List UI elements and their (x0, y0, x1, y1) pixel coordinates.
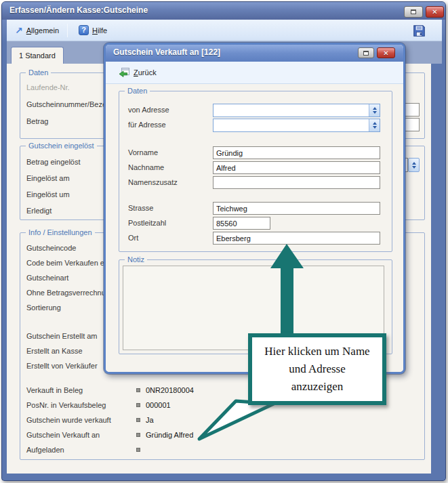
allgemein-label: Allgemein (26, 26, 59, 35)
screenshot-root: Erfassen/Ändern Kasse:Gutscheine ✕ ↗ All… (0, 0, 448, 483)
von-adresse-field[interactable] (213, 104, 380, 117)
close-button[interactable]: ✕ (426, 6, 444, 18)
restore-button[interactable] (404, 6, 423, 18)
arrow-up-right-icon: ↗ (15, 26, 23, 35)
main-titlebar[interactable]: Erfassen/Ändern Kasse:Gutscheine ✕ (2, 2, 445, 20)
label-verkauft-in-beleg: Verkauft in Beleg (26, 386, 83, 394)
spinner-up-icon (373, 122, 377, 125)
fuer-adresse-spinner[interactable] (369, 119, 380, 131)
restore-icon (363, 51, 369, 56)
dialog-toolbar: Zurück (106, 62, 403, 84)
back-icon (119, 67, 130, 78)
ort-input[interactable] (213, 232, 380, 245)
value-verkauft-an[interactable]: Gründig Alfred (146, 431, 193, 439)
label-betrag: Betrag (26, 117, 48, 125)
bullet-icon (136, 418, 140, 422)
label-gutscheinart: Gutscheinart (26, 274, 68, 282)
dialog-title: Gutschein Verkauft an [122] (113, 47, 220, 57)
label-betrag-eingeloest: Betrag eingelöst (26, 158, 81, 166)
label-gutschein-erstellt-am: Gutschein Erstellt am (26, 332, 98, 340)
ort-field (213, 232, 380, 245)
nachname-input[interactable] (213, 161, 380, 174)
label-fuer-adresse: für Adresse (128, 121, 166, 129)
spinner-down-icon (412, 166, 416, 169)
help-icon: ? (79, 25, 89, 35)
label-sortierung: Sortierung (26, 303, 61, 312)
spinner-down-icon (373, 111, 377, 114)
label-ort: Ort (128, 234, 138, 242)
dialog-titlebar[interactable]: Gutschein Verkauft an [122] ✕ (106, 45, 403, 62)
hilfe-button[interactable]: ? Hilfe (73, 23, 113, 37)
label-ohne-betragsverrechnung: Ohne Betragsverrechnu (26, 289, 106, 297)
main-window: Erfassen/Ändern Kasse:Gutscheine ✕ ↗ All… (1, 1, 446, 481)
spinner-down-icon (373, 126, 377, 129)
fuer-adresse-field[interactable] (213, 119, 380, 132)
label-erstellt-von-verkaeufer: Erstellt von Verkäufer (26, 362, 98, 370)
betrag-eingeloest-spinner[interactable] (408, 158, 420, 172)
save-button[interactable] (411, 22, 427, 39)
close-icon: ✕ (432, 8, 437, 16)
label-gutscheincode: Gutscheincode (26, 244, 76, 252)
zurueck-label: Zurück (134, 68, 157, 77)
label-vorname: Vorname (128, 148, 158, 156)
window-title: Erfassen/Ändern Kasse:Gutscheine (9, 5, 148, 15)
dialog-restore-button[interactable] (358, 47, 374, 58)
label-eingeloest-um: Eingelöst um (26, 190, 70, 198)
label-aufgeladen: Aufgeladen (26, 446, 64, 454)
bullet-icon (136, 403, 140, 407)
strasse-field (213, 202, 380, 215)
allgemein-button[interactable]: ↗ Allgemein (9, 24, 64, 37)
main-toolbar: ↗ Allgemein ? Hilfe (7, 20, 442, 41)
label-wurde-verkauft: Gutschein wurde verkauft (26, 416, 111, 424)
label-von-adresse: von Adresse (128, 106, 169, 114)
spinner-up-icon (373, 107, 377, 110)
label-postleitzahl: Postleitzahl (128, 219, 166, 227)
dialog-close-button[interactable]: ✕ (377, 47, 395, 58)
bullet-icon (136, 448, 140, 452)
label-posnr: PosNr. in Verkaufsbeleg (26, 401, 106, 409)
dialog-content: Daten von Adresse für Adresse (106, 84, 403, 372)
close-icon: ✕ (383, 49, 388, 57)
callout-bubble: Hier klicken um Name und Adresse anzuzei… (248, 333, 386, 405)
spinner-up-icon (412, 162, 416, 165)
label-erledigt: Erledigt (26, 207, 52, 215)
dialog-group-daten-title: Daten (125, 87, 150, 95)
label-gutscheinnummer: Gutscheinnummer/Bezei (26, 100, 108, 108)
group-info-title: Info / Einstellungen (26, 228, 95, 236)
toolbar-separator (67, 24, 68, 37)
postleitzahl-field (213, 217, 270, 230)
vorname-field (213, 146, 380, 159)
value-posnr: 000001 (146, 401, 171, 409)
value-verkauft-in-beleg: 0NR20180004 (146, 386, 194, 394)
callout-line: Hier klicken um Name (264, 343, 369, 360)
save-icon (413, 24, 426, 37)
label-verkauft-an: Gutschein Verkauft an (26, 431, 100, 439)
bullet-icon (136, 388, 140, 392)
label-laufende-nr: Laufende-Nr. (26, 83, 70, 91)
vorname-input[interactable] (213, 146, 380, 159)
callout-line: anzuzeigen (291, 378, 343, 396)
dialog-group-notiz-title: Notiz (125, 255, 147, 264)
label-code-beim-verkaufen: Code beim Verkaufen erf (26, 259, 109, 267)
label-namenszusatz: Namenszusatz (128, 178, 178, 186)
zurueck-button[interactable]: Zurück (108, 65, 162, 80)
group-daten-title: Daten (26, 68, 51, 77)
value-wurde-verkauft: Ja (146, 416, 154, 424)
callout-line: und Adresse (289, 360, 346, 378)
postleitzahl-input[interactable] (213, 217, 270, 230)
label-strasse: Strasse (128, 204, 153, 212)
fuer-adresse-input[interactable] (213, 119, 369, 131)
strasse-input[interactable] (213, 202, 380, 215)
namenszusatz-input[interactable] (213, 176, 380, 189)
nachname-field (213, 161, 380, 174)
bullet-icon (136, 433, 140, 437)
group-eingeloest-title: Gutschein eingelöst (26, 142, 97, 150)
von-adresse-spinner[interactable] (369, 104, 380, 117)
label-nachname: Nachname (128, 163, 164, 171)
restore-icon (411, 9, 416, 14)
tab-standard[interactable]: 1 Standard (11, 47, 64, 64)
von-adresse-input[interactable] (213, 104, 369, 117)
namenszusatz-field (213, 176, 380, 189)
label-erstellt-an-kasse: Erstellt an Kasse (26, 347, 83, 355)
dialog-gutschein-verkauft-an: Gutschein Verkauft an [122] ✕ Zurück (104, 43, 405, 374)
